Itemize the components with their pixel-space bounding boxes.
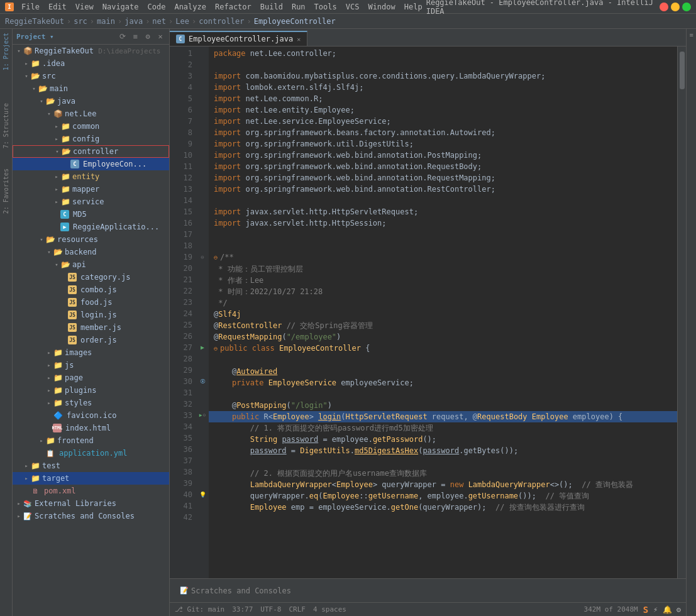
close-button[interactable] [660, 3, 668, 11]
menu-help[interactable]: Help [400, 1, 426, 13]
project-tree[interactable]: ▾ 📦 ReggieTakeOut D:\ideaProjects ▸ 📁 .i… [13, 45, 169, 616]
breadcrumb-item[interactable]: controller [199, 17, 244, 26]
tree-item-target[interactable]: ▸ 📁 target [13, 472, 169, 485]
tree-item-plugins[interactable]: ▸ 📁 plugins [13, 384, 169, 397]
right-strip-item[interactable]: ≡ [689, 29, 693, 41]
menu-vcs[interactable]: VCS [342, 1, 363, 13]
tree-item-mapper[interactable]: ▸ 📁 mapper [13, 183, 169, 195]
java-class-icon: C [70, 160, 79, 168]
tree-item-orderjs[interactable]: JS order.js [13, 334, 169, 346]
tree-item-combojs[interactable]: JS combo.js [13, 283, 169, 296]
breadcrumb-item[interactable]: net [152, 17, 166, 26]
window-controls[interactable] [660, 3, 691, 11]
tree-item-api[interactable]: ▾ 📂 api [13, 258, 169, 271]
tree-item-favicon[interactable]: 🔷 favicon.ico [13, 409, 169, 422]
breadcrumb-item[interactable]: java [124, 17, 143, 26]
minimize-button[interactable] [671, 3, 680, 11]
structure-panel-toggle[interactable]: 7: Structure [1, 99, 11, 152]
menu-edit[interactable]: Edit [45, 1, 70, 13]
code-editor[interactable]: package net.Lee.controller; import com.b… [209, 47, 677, 578]
menu-code[interactable]: Code [144, 1, 170, 13]
right-scrollbar[interactable] [677, 47, 686, 578]
tree-item-loginjs[interactable]: JS login.js [13, 309, 169, 321]
memory-indicator[interactable]: 342M of 2048M [584, 605, 638, 613]
tree-item-reggieapp[interactable]: ▶ ReggieApplicatio... [13, 221, 169, 233]
bean-gutter-icon[interactable]: ⦿ [200, 376, 206, 387]
menu-window[interactable]: Window [364, 1, 399, 13]
tree-item-main[interactable]: ▾ 📂 main [13, 82, 169, 95]
tree-item-config[interactable]: ▸ 📁 config [13, 133, 169, 145]
tree-item-src[interactable]: ▾ 📂 src [13, 70, 169, 82]
code-line [209, 229, 677, 240]
menu-tools[interactable]: Tools [311, 1, 341, 13]
menu-refactor[interactable]: Refactor [211, 1, 255, 13]
tree-item-memberjs[interactable]: JS member.js [13, 321, 169, 334]
tree-item-applicationyml[interactable]: 📋 application.yml [13, 447, 169, 459]
tree-item-java[interactable]: ▾ 📂 java [13, 95, 169, 107]
menu-run[interactable]: Run [288, 1, 309, 13]
tree-item-reggie-root[interactable]: ▾ 📦 ReggieTakeOut D:\ideaProjects [13, 45, 169, 57]
favorites-panel-toggle[interactable]: 2: Favorites [1, 165, 11, 217]
tree-item-pomxml[interactable]: 🗎 pom.xml [13, 485, 169, 497]
code-line: password = DigestUtils.md5DigestAsHex(pa… [209, 445, 677, 456]
menu-build[interactable]: Build [257, 1, 287, 13]
encoding-indicator[interactable]: UTF-8 [260, 605, 281, 613]
run-gutter-icon2[interactable]: ▶ [199, 410, 202, 421]
indent-indicator[interactable]: 4 spaces [313, 605, 346, 613]
breadcrumb-item[interactable]: main [97, 17, 115, 26]
project-panel-toggle[interactable]: 1: Project [1, 29, 11, 74]
tree-item-frontend[interactable]: ▸ 📁 frontend [13, 434, 169, 447]
tree-item-indexhtml[interactable]: HTML index.html [13, 422, 169, 434]
git-branch[interactable]: ⎇ Git: main [175, 605, 224, 613]
fold-open-icon2[interactable]: ⊖ [203, 410, 206, 421]
line-col-indicator[interactable]: 33:77 [232, 605, 253, 613]
tree-item-scratches[interactable]: ▸ 📝 Scratches and Consoles [13, 510, 169, 522]
breadcrumb-item[interactable]: Lee [175, 17, 189, 26]
bulb-gutter-icon[interactable]: 💡 [199, 489, 206, 500]
breadcrumb-item[interactable]: src [74, 17, 87, 26]
breadcrumb-item[interactable]: ReggieTakeOut [5, 17, 64, 26]
tab-employee-controller[interactable]: C EmployeeController.java ✕ [170, 31, 307, 46]
sidebar-close-btn[interactable]: ✕ [155, 31, 165, 41]
tree-item-idea[interactable]: ▸ 📁 .idea [13, 57, 169, 70]
code-line [209, 59, 677, 70]
menu-analyze[interactable]: Analyze [170, 1, 210, 13]
line-sep-indicator[interactable]: CRLF [289, 605, 306, 613]
sidebar-sync-btn[interactable]: ⟳ [118, 31, 128, 41]
code-line: String password = employee.getPassword()… [209, 434, 677, 445]
menu-navigate[interactable]: Navigate [99, 1, 143, 13]
scrollbar-thumb[interactable] [680, 52, 685, 89]
tree-item-controller[interactable]: ▾ 📂 controller [13, 145, 169, 158]
tree-item-common[interactable]: ▸ 📁 common [13, 120, 169, 133]
menu-file[interactable]: File [18, 1, 43, 13]
tree-item-js[interactable]: ▸ 📁 js [13, 359, 169, 371]
tree-item-netlee[interactable]: ▾ 📦 net.Lee [13, 107, 169, 120]
left-panel-strip[interactable]: 1: Project 7: Structure 2: Favorites [0, 29, 13, 616]
code-line: import net.Lee.entity.Employee; [209, 104, 677, 116]
tree-item-backend[interactable]: ▾ 📂 backend [13, 246, 169, 258]
tree-item-resources[interactable]: ▾ 📂 resources [13, 233, 169, 246]
tree-item-categoryjs[interactable]: JS category.js [13, 271, 169, 283]
bottom-tab-scratches[interactable]: 📝 Scratches and Consoles [175, 584, 296, 598]
tree-item-test[interactable]: ▸ 📁 test [13, 459, 169, 472]
menu-bar[interactable]: File Edit View Navigate Code Analyze Ref… [18, 1, 426, 13]
tree-item-page[interactable]: ▸ 📁 page [13, 371, 169, 384]
folder-icon: 📁 [60, 134, 70, 144]
tree-item-service[interactable]: ▸ 📁 service [13, 195, 169, 208]
tree-item-extlibs[interactable]: ▸ 📚 External Libraries [13, 497, 169, 510]
tree-item-employee-controller[interactable]: C EmployeeCon... [13, 158, 169, 170]
tree-item-entity[interactable]: ▸ 📁 entity [13, 170, 169, 183]
tab-close-button[interactable]: ✕ [297, 36, 301, 43]
code-line: */ [209, 297, 677, 309]
tree-item-foodjs[interactable]: JS food.js [13, 296, 169, 309]
tree-item-md5[interactable]: C MD5 [13, 208, 169, 221]
breadcrumb-current[interactable]: EmployeeController [254, 17, 336, 26]
sidebar-gear-btn[interactable]: ⚙ [143, 31, 153, 41]
tree-item-styles[interactable]: ▸ 📁 styles [13, 397, 169, 409]
run-gutter-icon[interactable]: ▶ [201, 342, 204, 353]
fold-open-icon[interactable]: ⊖ [201, 251, 204, 263]
sidebar-collapse-btn[interactable]: ≡ [130, 31, 140, 41]
tree-item-images[interactable]: ▸ 📁 images [13, 346, 169, 359]
maximize-button[interactable] [682, 3, 691, 11]
menu-view[interactable]: View [72, 1, 97, 13]
